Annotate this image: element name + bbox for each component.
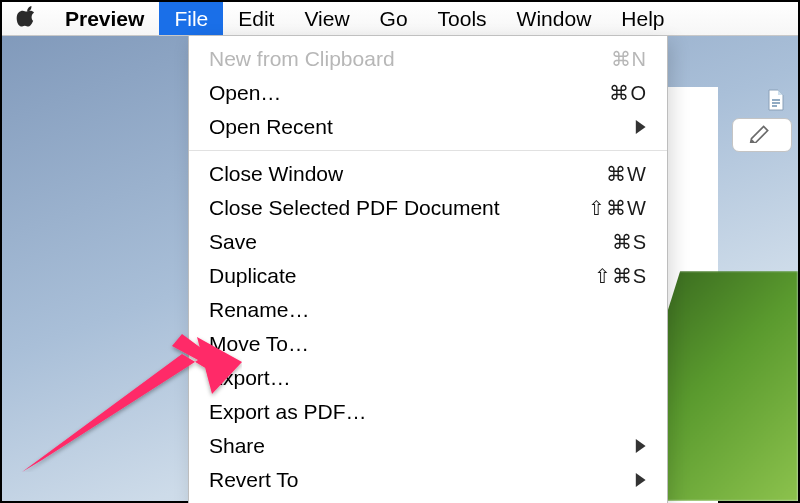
menuitem-label: Share [209, 434, 633, 458]
menuitem-export-as-pdf[interactable]: Export as PDF… [189, 395, 667, 429]
menuitem-label: Save [209, 230, 612, 254]
menu-window[interactable]: Window [502, 2, 607, 35]
markup-icon [749, 123, 775, 147]
menuitem-share[interactable]: Share [189, 429, 667, 463]
menuitem-label: Move To… [209, 332, 647, 356]
menuitem-label: Revert To [209, 468, 633, 492]
menuitem-shortcut: ⇧⌘S [594, 264, 647, 288]
menuitem-shortcut: ⌘O [609, 81, 647, 105]
chevron-right-icon [633, 473, 647, 487]
menuitem-close-selected-pdf[interactable]: Close Selected PDF Document ⇧⌘W [189, 191, 667, 225]
menuitem-label: Close Selected PDF Document [209, 196, 588, 220]
menuitem-shortcut: ⇧⌘W [588, 196, 647, 220]
menu-tools[interactable]: Tools [423, 2, 502, 35]
menuitem-label: Export as PDF… [209, 400, 647, 424]
menu-separator [189, 150, 667, 151]
chevron-right-icon [633, 120, 647, 134]
menuitem-new-from-clipboard: New from Clipboard ⌘N [189, 42, 667, 76]
menuitem-label: Export… [209, 366, 647, 390]
markup-button[interactable] [732, 118, 792, 152]
menuitem-open[interactable]: Open… ⌘O [189, 76, 667, 110]
menuitem-label: Duplicate [209, 264, 594, 288]
menu-edit[interactable]: Edit [223, 2, 289, 35]
apple-icon [16, 5, 38, 32]
menu-help[interactable]: Help [606, 2, 679, 35]
menu-file[interactable]: File [159, 2, 223, 35]
menuitem-shortcut: ⌘N [611, 47, 647, 71]
menuitem-rename[interactable]: Rename… [189, 293, 667, 327]
menu-go[interactable]: Go [365, 2, 423, 35]
app-name[interactable]: Preview [50, 2, 159, 35]
menuitem-open-recent[interactable]: Open Recent [189, 110, 667, 144]
menuitem-label: Rename… [209, 298, 647, 322]
menuitem-export[interactable]: Export… [189, 361, 667, 395]
apple-menu[interactable] [12, 2, 50, 35]
menuitem-shortcut: ⌘S [612, 230, 647, 254]
file-menu-dropdown: New from Clipboard ⌘N Open… ⌘O Open Rece… [188, 36, 668, 503]
menuitem-label: Open Recent [209, 115, 633, 139]
menu-view[interactable]: View [289, 2, 364, 35]
menu-bar: Preview File Edit View Go Tools Window H… [2, 2, 798, 36]
page-icon [764, 88, 788, 112]
menuitem-label: Close Window [209, 162, 606, 186]
chevron-right-icon [633, 439, 647, 453]
menuitem-duplicate[interactable]: Duplicate ⇧⌘S [189, 259, 667, 293]
menuitem-close-window[interactable]: Close Window ⌘W [189, 157, 667, 191]
menuitem-label: New from Clipboard [209, 47, 611, 71]
menuitem-shortcut: ⌘W [606, 162, 647, 186]
menuitem-move-to[interactable]: Move To… [189, 327, 667, 361]
menuitem-revert-to[interactable]: Revert To [189, 463, 667, 497]
menuitem-save[interactable]: Save ⌘S [189, 225, 667, 259]
menuitem-label: Open… [209, 81, 609, 105]
